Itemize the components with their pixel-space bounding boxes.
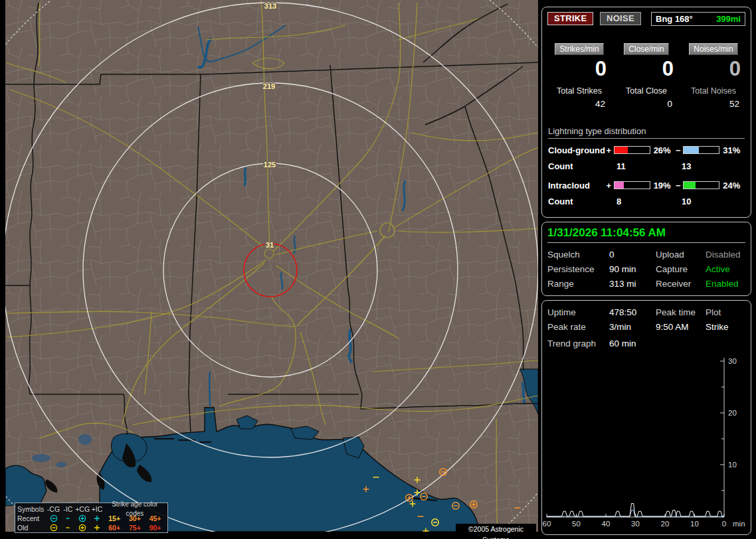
legend-row: Old60+75+90+ (17, 523, 165, 532)
range-label: Range (547, 279, 609, 289)
trend-graph-chart: 1020306050403020100min (542, 301, 751, 534)
status-row: Range 313 mi Receiver Enabled (547, 279, 745, 289)
intracloud-counts: Count 8 10 (548, 196, 745, 206)
symbols-legend: Symbols-CG-IC+CG+ICStrike age color code… (15, 502, 168, 533)
noises-column: Noises/min 0 Total Noises 52 (682, 42, 745, 109)
trend-x-tick: 0 (722, 520, 726, 528)
cloud-ground-row: Cloud-ground + 26% − 31% (548, 145, 745, 155)
datetime-display: 1/31/2026 11:04:56 AM (547, 226, 745, 243)
noises-rate-value: 0 (682, 58, 745, 80)
range-value: 313 mi (609, 279, 656, 289)
noises-per-min-button[interactable]: Noises/min (689, 43, 737, 55)
radar-map[interactable]: 313 219 125 31 (5, 0, 538, 532)
capture-label: Capture (656, 264, 706, 274)
copyright-text: ©2005 Astrogenic Systems (456, 524, 536, 534)
total-noises-label: Total Noises (682, 86, 745, 96)
total-strikes-value: 42 (548, 99, 611, 109)
persistence-label: Persistence (547, 264, 609, 274)
squelch-label: Squelch (547, 250, 609, 260)
cloud-ground-counts: Count 11 13 (548, 161, 745, 171)
trend-y-tick: 10 (728, 461, 737, 469)
lightning-distribution: Lightning type distribution Cloud-ground… (548, 126, 745, 206)
range-ring-label: 125 (264, 161, 276, 169)
session-panel: Uptime 478:50 Peak time Plot Peak rate 3… (541, 300, 751, 535)
neg-cg-percent: 31% (721, 145, 745, 155)
pos-ic-percent: 19% (652, 181, 676, 191)
age-code: 90+ (145, 523, 165, 532)
trend-x-tick: 30 (631, 520, 640, 528)
age-code: 45+ (145, 514, 165, 523)
legend-row-label: Recent (17, 514, 47, 523)
receiver-label: Receiver (656, 279, 706, 289)
strike-mode-button[interactable]: STRIKE (547, 12, 593, 25)
minus-icon (64, 524, 72, 532)
total-noises-value: 52 (682, 99, 745, 109)
trend-x-unit: min (733, 520, 745, 528)
symbols-header: Symbols (17, 504, 47, 514)
legend-row: Recent15+30+45+ (17, 514, 165, 523)
neg-cg-bar (683, 146, 719, 154)
age-code: 30+ (125, 514, 145, 523)
legend-col-header: -CG (47, 504, 61, 514)
trend-x-tick: 20 (661, 520, 670, 528)
total-strikes-label: Total Strikes (548, 86, 611, 96)
intracloud-row: Intracloud + 19% − 24% (548, 181, 745, 191)
plus-sign: + (606, 181, 612, 191)
pos-ic-bar (614, 181, 650, 189)
strikes-per-min-button[interactable]: Strikes/min (555, 43, 603, 55)
noise-mode-button[interactable]: NOISE (600, 12, 641, 25)
trend-y-tick: 30 (728, 357, 737, 365)
legend-col-header: -IC (60, 504, 75, 514)
neg-cg-count: 13 (674, 161, 691, 171)
trend-x-tick: 40 (602, 520, 611, 528)
legend-col-header: +IC (90, 504, 104, 514)
plus-icon (93, 514, 101, 522)
close-column: Close/min 0 Total Close 0 (615, 42, 678, 109)
status-row: Persistence 90 min Capture Active (547, 264, 745, 274)
circled-minus-icon (50, 524, 58, 532)
plus-sign: + (606, 145, 612, 155)
age-code: 15+ (104, 514, 125, 523)
capture-status: Active (706, 264, 730, 274)
close-rate-value: 0 (615, 58, 678, 80)
trend-y-tick: 20 (728, 409, 737, 417)
trend-x-tick: 60 (543, 520, 551, 528)
neg-ic-bar (683, 181, 719, 189)
legend-header-row: Symbols-CG-IC+CG+ICStrike age color code… (17, 504, 165, 514)
intracloud-label: Intracloud (548, 181, 606, 191)
circled-plus-icon (78, 514, 86, 522)
age-code: 60+ (104, 523, 125, 532)
trend-x-tick: 10 (690, 520, 699, 528)
pos-cg-bar (614, 146, 650, 154)
bearing-distance: 399mi (716, 14, 741, 24)
persistence-value: 90 min (609, 264, 656, 274)
minus-sign: − (675, 181, 681, 191)
minus-icon (64, 514, 72, 522)
stats-panel: STRIKE NOISE Bng 168° 399mi Strikes/min … (541, 7, 751, 218)
count-label: Count (548, 196, 608, 206)
close-per-min-button[interactable]: Close/min (624, 43, 668, 55)
bearing-label: Bng 168° (656, 14, 693, 24)
upload-status: Disabled (706, 250, 741, 260)
neg-ic-percent: 24% (721, 181, 745, 191)
strikes-rate-value: 0 (548, 58, 611, 80)
range-ring-label: 313 (264, 2, 276, 10)
bearing-readout: Bng 168° 399mi (651, 12, 745, 26)
trend-x-tick: 50 (572, 520, 581, 528)
strikes-column: Strikes/min 0 Total Strikes 42 (548, 42, 611, 109)
squelch-value: 0 (609, 250, 656, 260)
distribution-title: Lightning type distribution (548, 126, 745, 139)
total-close-label: Total Close (615, 86, 678, 96)
total-close-value: 0 (615, 99, 678, 109)
count-label: Count (548, 161, 608, 171)
range-ring-label: 31 (266, 241, 274, 249)
circled-plus-icon (78, 524, 86, 532)
circled-minus-icon (50, 514, 58, 522)
cloud-ground-label: Cloud-ground (548, 145, 606, 155)
range-ring-label: 219 (263, 82, 275, 90)
age-code: 75+ (125, 523, 145, 532)
pos-ic-count: 8 (608, 196, 674, 206)
minus-sign: − (675, 145, 681, 155)
status-row: Squelch 0 Upload Disabled (547, 250, 745, 260)
pos-cg-count: 11 (608, 161, 674, 171)
